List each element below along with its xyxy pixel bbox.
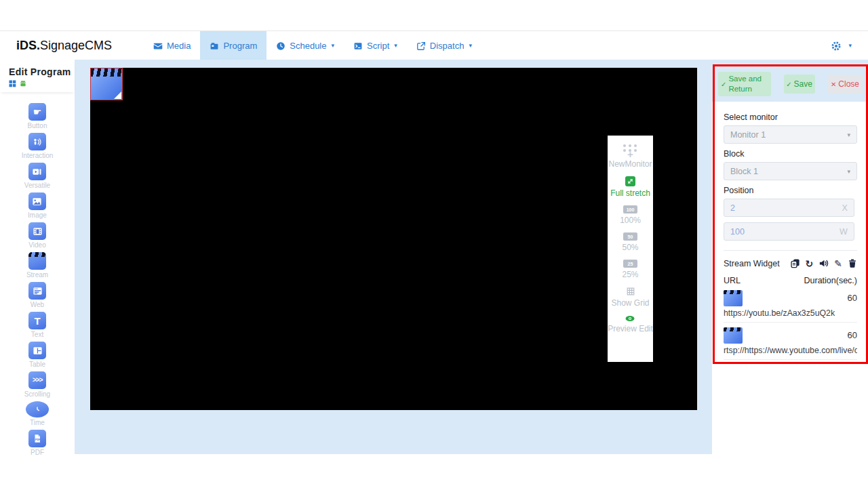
top-whitespace	[0, 0, 868, 30]
full-stretch-button[interactable]: Full stretch	[610, 176, 650, 197]
preview-edit-label: Preview Edit	[608, 325, 653, 333]
resize-handle[interactable]	[114, 92, 121, 99]
show-grid-label: Show Grid	[611, 299, 649, 307]
position-x-field[interactable]: X	[724, 199, 854, 217]
panel-body: Select monitor Monitor 1 ▾ Block Block 1…	[715, 102, 866, 360]
versatile-icon	[28, 163, 46, 180]
tool-stream[interactable]: Stream	[26, 252, 48, 279]
clapperboard-notches	[724, 327, 743, 331]
program-icon	[210, 41, 219, 51]
web-icon	[28, 282, 46, 300]
zoom-50-label: 50%	[622, 243, 638, 251]
check-icon: ✓	[721, 80, 726, 89]
edit-icon[interactable]: ✎	[834, 259, 842, 268]
zoom-25-button[interactable]: 25 25%	[622, 260, 638, 279]
stream-list-item[interactable]: 60 rtsp://https://www.youtube.com/live/o…	[724, 327, 857, 360]
signage-cms-app: iDS.SignageCMS Media Program Schedule ▾ …	[0, 0, 868, 488]
item-duration: 60	[848, 290, 857, 303]
stream-icon	[28, 252, 46, 270]
tool-pdf[interactable]: PDF PDF	[28, 430, 46, 456]
top-navbar: iDS.SignageCMS Media Program Schedule ▾ …	[0, 30, 868, 60]
position-w-input[interactable]	[730, 227, 840, 237]
zoom-50-icon: 50	[623, 232, 637, 241]
sidebar-header: Edit Program	[0, 60, 75, 92]
tool-table[interactable]: Table	[28, 342, 46, 368]
show-grid-button[interactable]: Show Grid	[611, 287, 649, 307]
tool-label: Table	[29, 361, 45, 368]
position-x-input[interactable]	[730, 203, 842, 213]
position-label: Position	[724, 186, 857, 195]
close-icon: ✕	[831, 81, 836, 88]
new-monitor-icon: +	[623, 144, 637, 157]
dispatch-icon	[416, 41, 426, 51]
tool-web[interactable]: Web	[28, 282, 46, 308]
panel-action-bar: ✓ Save and Return ✓ Save ✕ Close	[715, 66, 866, 102]
nav-item-label: Schedule	[290, 41, 326, 51]
tool-label: Video	[28, 242, 45, 249]
program-editor-workspace: + NewMonitor Full stretch 100 100% 50 50	[75, 60, 712, 454]
new-monitor-label: NewMonitor	[608, 160, 652, 168]
stream-list-item[interactable]: 60 https://youtu.be/zAax3z5uQ2k	[724, 290, 857, 323]
block-select-value: Block 1	[730, 167, 758, 176]
tool-label: Time	[30, 420, 45, 426]
schedule-icon	[276, 41, 285, 51]
block-select[interactable]: Block 1 ▾	[724, 162, 857, 180]
button-icon: ☛	[28, 103, 46, 121]
new-monitor-button[interactable]: + NewMonitor	[608, 144, 652, 168]
nav-item-label: Program	[223, 41, 257, 51]
app-logo-bold: iDS.	[16, 39, 40, 52]
tool-label: Interaction	[22, 152, 54, 159]
pdf-icon: PDF	[28, 430, 46, 447]
check-icon: ✓	[786, 81, 791, 88]
close-button[interactable]: ✕ Close	[827, 75, 863, 94]
stream-widget-canvas-item[interactable]	[90, 68, 123, 100]
tool-scrolling[interactable]: >>> Scrolling	[24, 371, 50, 398]
chevron-down-icon: ▾	[332, 43, 335, 49]
scrolling-icon: >>>	[28, 371, 46, 389]
preview-edit-button[interactable]: Preview Edit	[608, 315, 653, 333]
tool-time[interactable]: Time	[26, 401, 49, 426]
save-button[interactable]: ✓ Save	[784, 75, 815, 94]
copy-icon[interactable]	[790, 258, 800, 268]
item-url: rtsp://https://www.youtube.com/live/o...	[724, 346, 857, 355]
nav-item-dispatch[interactable]: Dispatch ▾	[407, 31, 481, 60]
tool-interaction[interactable]: Interaction	[22, 133, 54, 159]
nav-item-program[interactable]: Program	[200, 31, 267, 60]
nav-item-label: Dispatch	[430, 41, 465, 51]
zoom-100-button[interactable]: 100 100%	[620, 205, 641, 224]
position-w-field[interactable]: W	[724, 222, 854, 241]
monitor-canvas[interactable]	[90, 68, 697, 410]
tool-image[interactable]: Image	[28, 192, 47, 219]
item-duration: 60	[848, 327, 857, 340]
volume-icon[interactable]	[818, 258, 829, 268]
settings-menu[interactable]: ▾	[831, 31, 852, 60]
windows-icon	[9, 80, 16, 87]
edit-program-sidebar: Edit Program ☛ Button Interaction	[0, 60, 75, 454]
gear-icon	[831, 41, 842, 52]
full-stretch-label: Full stretch	[610, 189, 650, 197]
chevron-down-icon: ▾	[469, 43, 472, 49]
nav-item-schedule[interactable]: Schedule ▾	[267, 31, 344, 60]
script-icon	[353, 41, 363, 51]
zoom-50-button[interactable]: 50 50%	[622, 232, 638, 251]
nav-item-media[interactable]: Media	[144, 31, 200, 60]
monitor-select[interactable]: Monitor 1 ▾	[724, 125, 857, 144]
save-and-return-button[interactable]: ✓ Save and Return	[718, 72, 771, 96]
trash-icon[interactable]	[848, 258, 857, 268]
full-stretch-icon	[625, 176, 635, 186]
nav-item-script[interactable]: Script ▾	[344, 31, 407, 60]
item-url: https://youtu.be/zAax3z5uQ2k	[724, 308, 857, 318]
position-w-suffix: W	[840, 227, 848, 237]
block-label: Block	[724, 149, 857, 159]
monitor-select-value: Monitor 1	[730, 130, 766, 140]
tool-button[interactable]: ☛ Button	[28, 103, 47, 129]
tool-label: Stream	[26, 272, 48, 279]
tool-text[interactable]: T Text	[28, 312, 46, 338]
loop-icon[interactable]: ↻	[806, 259, 814, 268]
tool-video[interactable]: Video	[28, 222, 46, 249]
tool-versatile[interactable]: Versatile	[24, 163, 50, 189]
grid-icon	[626, 287, 635, 296]
app-logo[interactable]: iDS.SignageCMS	[16, 31, 112, 60]
clapperboard-icon	[724, 327, 743, 344]
chevron-down-icon: ▾	[847, 168, 850, 175]
